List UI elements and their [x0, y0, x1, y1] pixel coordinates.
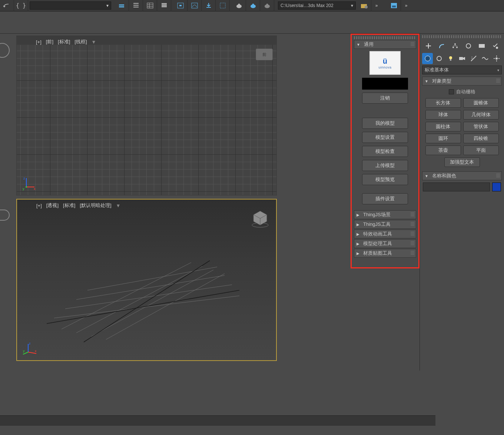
viewport-front[interactable]: [+] [前] [标准] [线框] ▼ 前 z y x: [16, 36, 277, 195]
my-models-button[interactable]: 我的模型: [362, 118, 408, 129]
textplus-button[interactable]: 加强型文本: [444, 157, 480, 167]
upload-model-button[interactable]: 上传模型: [362, 160, 408, 171]
color-swatch[interactable]: [492, 183, 501, 191]
spacewarps-subtab[interactable]: [480, 53, 490, 64]
quick-access-dropdown[interactable]: ▾: [30, 1, 111, 10]
ribbon-placeholder: [0, 11, 504, 34]
grid-list-icon[interactable]: [143, 0, 157, 11]
svg-point-47: [496, 47, 498, 49]
funnel-icon[interactable]: ▼: [92, 39, 96, 45]
svg-line-29: [47, 290, 239, 324]
cone-button[interactable]: 圆锥体: [463, 98, 499, 108]
model-settings-button[interactable]: 模型设置: [362, 132, 408, 143]
svg-line-30: [84, 261, 210, 342]
save-disk-icon[interactable]: [387, 0, 401, 11]
grip-icon: [411, 232, 414, 236]
lights-subtab[interactable]: [445, 53, 456, 64]
curve-editor-icon[interactable]: [188, 0, 202, 11]
torus-button[interactable]: 圆环: [425, 134, 461, 143]
model-check-button[interactable]: 模型检查: [362, 146, 408, 157]
axis-gizmo-persp: z y x: [23, 341, 39, 357]
download-icon[interactable]: [202, 0, 216, 11]
create-subtabs: [420, 52, 504, 65]
teapot-c-icon[interactable]: [260, 0, 274, 11]
rollout-fx-anim[interactable]: ▶ 特效动画工具: [354, 230, 416, 238]
svg-point-12: [365, 6, 368, 9]
pyramid-button[interactable]: 四棱锥: [463, 134, 499, 143]
toolbar-overflow-b[interactable]: »: [401, 0, 411, 11]
expand-tri-icon: ▶: [357, 242, 359, 246]
teapot-a-icon[interactable]: [232, 0, 246, 11]
svg-point-44: [456, 47, 458, 48]
teapot-b-icon[interactable]: [246, 0, 260, 11]
rollout-name-color[interactable]: ▼ 名称和颜色: [422, 171, 502, 180]
sphere-button[interactable]: 球体: [425, 110, 461, 120]
viewcube-ring-icon[interactable]: [0, 43, 10, 58]
viewport-perspective[interactable]: [+] [透视] [标准] [默认明暗处理] ▼ z: [16, 199, 277, 361]
box-button[interactable]: 长方体: [425, 98, 461, 108]
svg-rect-8: [252, 4, 254, 5]
rollout-general[interactable]: ▼ 通用: [354, 40, 416, 49]
stack-icon[interactable]: [157, 0, 171, 11]
svg-line-24: [106, 274, 225, 339]
rollout-mat-tex[interactable]: ▶ 材质贴图工具: [354, 249, 416, 258]
shapes-subtab[interactable]: [434, 53, 444, 64]
helpers-subtab[interactable]: [468, 53, 479, 64]
viewport-persp-caption[interactable]: [+] [透视] [标准] [默认明暗处理] ▼: [36, 202, 120, 209]
uinnova-logo: ü uinnova: [369, 51, 401, 75]
svg-text:z: z: [23, 177, 25, 180]
logout-button[interactable]: 注销: [362, 93, 408, 104]
rollout-model-proc[interactable]: ▶ 模型处理工具: [354, 239, 416, 248]
hierarchy-tab[interactable]: [449, 40, 461, 51]
project-path-field[interactable]: C:\Users\lai…3ds Max 202 ▾: [278, 1, 356, 10]
undo-arrow-icon[interactable]: [0, 0, 14, 11]
rollout-object-type[interactable]: ▼ 对象类型: [422, 77, 502, 86]
braces-icon[interactable]: { }: [14, 0, 28, 11]
cylinder-button[interactable]: 圆柱体: [425, 122, 461, 131]
svg-line-23: [91, 270, 213, 337]
autogrid-checkbox[interactable]: 自动栅格: [423, 88, 501, 95]
gear-folder-icon[interactable]: [357, 0, 371, 11]
tube-button[interactable]: 管状体: [463, 122, 499, 131]
list-icon[interactable]: [129, 0, 143, 11]
svg-rect-10: [266, 4, 268, 5]
grip-icon: [411, 222, 414, 227]
systems-subtab[interactable]: [491, 53, 502, 64]
layers-icon[interactable]: [115, 0, 129, 11]
toolbar-overflow-a[interactable]: »: [371, 0, 382, 11]
rollout-thingjs-tools[interactable]: ▶ ThingJS工具: [354, 220, 416, 229]
svg-rect-3: [192, 3, 198, 8]
plugin-panel: ▼ 通用 ü uinnova 注销 我的模型 模型设置 模型检查 上传模型 模型…: [351, 34, 420, 268]
cameras-subtab[interactable]: [457, 53, 467, 64]
view-badge-front[interactable]: 前: [256, 48, 273, 60]
viewport-front-caption[interactable]: [+] [前] [标准] [线框] ▼: [36, 39, 96, 45]
svg-point-45: [466, 44, 471, 48]
checkbox-icon[interactable]: [449, 89, 454, 94]
svg-text:y: y: [23, 187, 24, 191]
funnel-icon[interactable]: ▼: [116, 203, 121, 208]
display-tab[interactable]: [475, 40, 488, 51]
viewport-area: [+] [前] [标准] [线框] ▼ 前 z y x: [0, 34, 349, 371]
plugin-settings-button[interactable]: 插件设置: [362, 193, 408, 204]
utilities-tab[interactable]: [489, 40, 501, 51]
modify-tab[interactable]: [435, 40, 448, 51]
plane-button[interactable]: 平面: [463, 145, 499, 155]
model-preview-button[interactable]: 模型预览: [362, 174, 408, 185]
motion-tab[interactable]: [462, 40, 475, 51]
geometry-subtab[interactable]: [422, 53, 433, 64]
selection-box-icon[interactable]: [216, 0, 230, 11]
rollout-thingjs-scene[interactable]: ▶ ThingJS场景: [354, 210, 416, 219]
geosphere-button[interactable]: 几何球体: [463, 110, 499, 120]
collapse-tri-icon: ▼: [357, 43, 360, 47]
grip-icon: [411, 241, 414, 246]
timeline-strip[interactable]: [0, 415, 435, 426]
panel-drag-handle[interactable]: [354, 36, 416, 39]
teapot-button[interactable]: 茶壶: [425, 145, 461, 155]
category-dropdown[interactable]: 标准基本体: [422, 66, 502, 74]
object-name-input[interactable]: [423, 183, 490, 191]
viewcube-icon[interactable]: [249, 208, 271, 229]
panel-drag-handle[interactable]: [422, 35, 502, 38]
create-tab[interactable]: [422, 40, 435, 51]
keyframe-box-icon[interactable]: [173, 0, 188, 11]
viewcube-partial-icon[interactable]: [0, 210, 10, 221]
